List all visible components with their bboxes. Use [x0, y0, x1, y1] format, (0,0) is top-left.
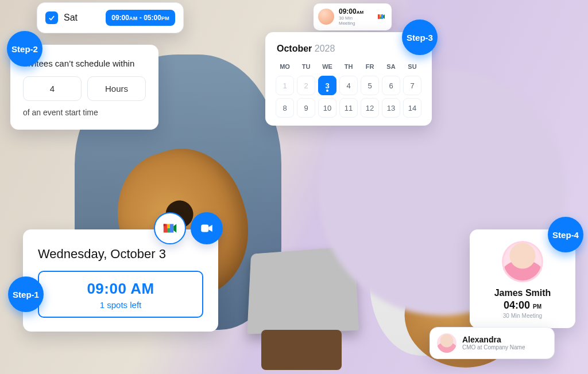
start-time: 09:00 [111, 14, 129, 22]
video-call-button[interactable] [191, 212, 223, 244]
buffer-unit-select[interactable]: Hours [87, 76, 146, 101]
calendar-day[interactable]: 8 [276, 98, 294, 118]
attendee-avatar [502, 241, 543, 282]
event-date: Wednesday, October 3 [38, 247, 203, 262]
calendar-dow: TU [297, 61, 315, 73]
svg-rect-9 [380, 14, 381, 17]
range-separator: - [138, 14, 144, 22]
day-label: Sat [64, 13, 78, 23]
svg-marker-4 [173, 224, 176, 233]
svg-rect-5 [164, 224, 166, 227]
contact-avatar [437, 333, 457, 353]
buffer-value-input[interactable]: 4 [23, 76, 82, 101]
svg-marker-7 [208, 225, 212, 232]
mini-subtitle: 30 Min Meeting [339, 15, 370, 26]
contact-name: Alexandra [462, 336, 525, 344]
calendar-dow: WE [318, 61, 336, 73]
event-slot-card: Wednesday, October 3 09:00 AM 1 spots le… [23, 229, 218, 332]
calendar-day[interactable]: 5 [361, 76, 379, 95]
calendar-day[interactable]: 3 [318, 76, 336, 95]
calendar-day[interactable]: 2 [297, 76, 315, 95]
start-suffix: AM [129, 15, 138, 21]
calendar-day[interactable]: 6 [382, 76, 400, 95]
svg-rect-6 [201, 225, 208, 232]
calendar-day[interactable]: 14 [403, 98, 421, 118]
attendee-time: 04:00 [504, 299, 530, 311]
availability-time-range[interactable]: 09:00AM - 05:00PM [106, 10, 175, 26]
time-slot[interactable]: 09:00 AM 1 spots left [38, 271, 203, 318]
calendar-day[interactable]: 7 [403, 76, 421, 95]
stool [261, 330, 342, 370]
calendar-title: October 2028 [277, 44, 420, 54]
svg-rect-11 [381, 14, 383, 19]
svg-rect-3 [170, 224, 173, 233]
laptop [247, 247, 359, 334]
calendar-dow: MO [276, 61, 294, 73]
video-camera-icon [199, 221, 214, 236]
mini-avatar [318, 9, 334, 25]
svg-rect-10 [380, 17, 381, 19]
calendar-dow: TH [339, 61, 358, 73]
mini-time: 09:00 [339, 7, 357, 15]
mini-suffix: AM [357, 10, 363, 15]
attendee-name: James Smith [478, 288, 567, 298]
calendar-dow-row: MOTUWETHFRSASU [276, 61, 421, 73]
step-1-badge: Step-1 [8, 276, 44, 312]
calendar-year: 2028 [315, 44, 335, 53]
svg-rect-8 [378, 14, 380, 19]
calendar-day[interactable]: 10 [318, 98, 336, 118]
calendar-dow: SU [403, 61, 421, 73]
end-time: 05:00 [144, 14, 161, 22]
mini-meeting-card[interactable]: 09:00AM 30 Min Meeting [314, 3, 392, 30]
google-meet-icon [161, 220, 179, 237]
calendar-day[interactable]: 1 [276, 76, 294, 95]
calendar-dow: SA [382, 61, 400, 73]
step-4-badge: Step-4 [548, 217, 583, 252]
buffer-footer: of an event start time [23, 108, 146, 117]
svg-rect-1 [167, 224, 170, 229]
step-3-badge: Step-3 [402, 20, 438, 55]
contact-chip[interactable]: Alexandra CMO at Company Name [430, 327, 555, 359]
slot-time: 09:00 AM [45, 280, 196, 298]
calendar-grid: 1234567891011121314 [276, 76, 421, 118]
google-meet-button[interactable] [154, 212, 186, 244]
contact-role: CMO at Company Name [462, 344, 525, 350]
attendee-time-suffix: PM [533, 303, 541, 310]
calendar-dow: FR [361, 61, 379, 73]
calendar-day[interactable]: 9 [297, 98, 315, 118]
day-checkbox[interactable] [45, 11, 58, 24]
svg-marker-12 [383, 14, 385, 19]
calendar-day[interactable]: 4 [339, 76, 358, 95]
google-meet-icon [377, 12, 386, 21]
check-icon [48, 14, 56, 22]
calendar-day[interactable]: 13 [382, 98, 400, 118]
calendar-day[interactable]: 12 [361, 98, 379, 118]
availability-day-card: Sat 09:00AM - 05:00PM [37, 2, 184, 33]
attendee-meeting-type: 30 Min Meeting [478, 313, 567, 319]
calendar-month: October [277, 44, 312, 53]
svg-rect-2 [167, 228, 170, 233]
end-suffix: PM [161, 15, 169, 21]
calendar-day[interactable]: 11 [339, 98, 358, 118]
slot-spots-left: 1 spots left [45, 300, 196, 310]
step-2-badge: Step-2 [7, 31, 42, 67]
buffer-title: Invitees can’t schedule within [23, 59, 146, 68]
